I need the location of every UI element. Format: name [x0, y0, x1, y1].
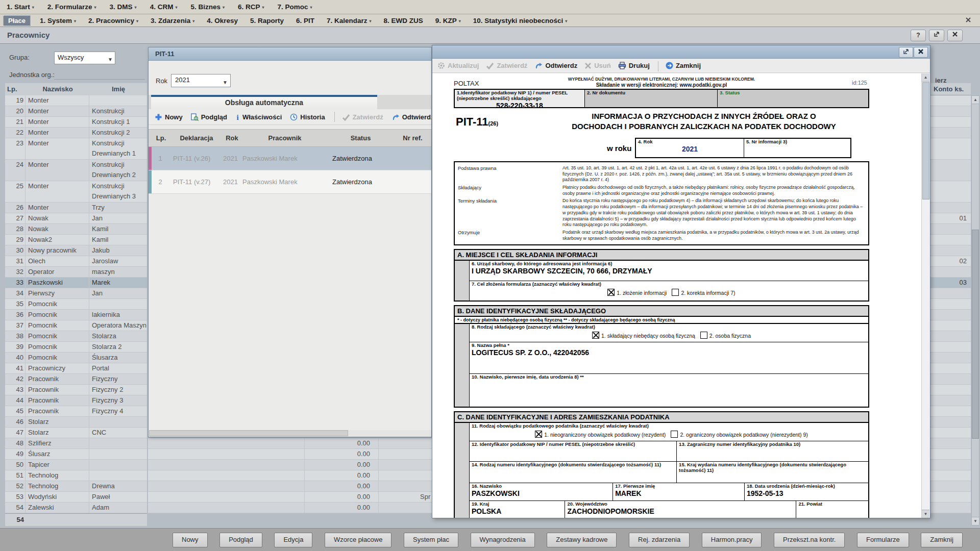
scrollbar-thumb[interactable] — [149, 430, 348, 436]
detach-button[interactable] — [929, 30, 944, 41]
zamknij-button[interactable]: Zamknij — [921, 533, 963, 547]
jednostka-input[interactable] — [54, 70, 145, 80]
menu-okresy[interactable]: 4. Okresy — [201, 15, 244, 27]
menu-place-chip[interactable]: Płace — [3, 15, 31, 26]
table-row[interactable]: 39PomocnikStolarza 2 — [5, 342, 147, 353]
menu-kzp[interactable]: 9. KZP▾ — [429, 15, 467, 28]
table-row[interactable]: 48Szlifierz — [5, 438, 147, 449]
table-row[interactable]: 50Tapicer — [5, 460, 147, 470]
zestawy-kadrowe-button[interactable]: Zestawy kadrowe — [547, 533, 617, 547]
wzorce-płacowe-button[interactable]: Wzorce płacowe — [325, 533, 391, 547]
table-row[interactable]: 23MonterKonstrukcji Drewnianych 1 — [5, 138, 147, 160]
nowy-button[interactable]: Nowy — [155, 109, 183, 125]
pit11-horizontal-scrollbar[interactable] — [149, 430, 432, 436]
menu-rcp[interactable]: 6. RCP▾ — [231, 0, 271, 14]
menu-statystyki-nieobecności[interactable]: 10. Statystyki nieobecności▾ — [467, 15, 573, 28]
table-row[interactable]: 31OlechJaroslaw — [5, 256, 147, 267]
menu-kalendarz[interactable]: 7. Kalendarz▾ — [321, 15, 378, 28]
table-row[interactable]: 26MonterTrzy — [5, 203, 147, 213]
checkbox-checked-icon[interactable] — [592, 332, 599, 339]
menu-system[interactable]: 1. System▾ — [34, 15, 82, 28]
odtwierdz-button[interactable]: Odtwierdz — [391, 109, 432, 125]
checkbox-icon[interactable] — [700, 332, 707, 339]
grupa-select[interactable]: Wszyscy▼ — [54, 52, 115, 64]
table-row[interactable]: 36Pomocniklakiernika — [5, 310, 147, 320]
harmon-pracy-button[interactable]: Harmon.pracy — [702, 533, 762, 547]
menu-formularze[interactable]: 2. Formularze▾ — [41, 0, 103, 14]
checkbox-icon[interactable] — [672, 289, 679, 296]
nowy-button[interactable]: Nowy — [173, 533, 208, 547]
maximize-button[interactable] — [899, 47, 913, 58]
table-row[interactable]: 51Technolog — [5, 470, 147, 481]
table-row[interactable]: 47StolarzCNC — [5, 428, 147, 438]
tab-obsluga-automatyczna[interactable]: Obsługa automatyczna — [151, 95, 377, 109]
scroll-up-icon[interactable]: ▲ — [922, 73, 929, 82]
formularze-button[interactable]: Formularze — [857, 533, 909, 547]
menu-ewd-zus[interactable]: 8. EWD ZUS — [378, 15, 429, 27]
scrollbar-thumb[interactable] — [972, 230, 979, 439]
menubar-close-icon[interactable] — [965, 16, 973, 24]
właściwości-button[interactable]: iWłaściwości — [235, 109, 282, 125]
odtwierdz-button[interactable]: Odtwierdz — [534, 59, 577, 73]
scroll-down-icon[interactable]: ▼ — [972, 517, 979, 525]
form-window-titlebar[interactable] — [432, 45, 930, 59]
main-vertical-scrollbar[interactable]: ▲ ▼ — [971, 95, 979, 525]
table-row[interactable]: 25MonterKonstrukcji Drewnianych 3 — [5, 181, 147, 203]
zamknij-button[interactable]: Zamknij — [666, 59, 701, 73]
table-row[interactable]: 42PracownikFizyczny — [5, 374, 147, 385]
table-row[interactable]: 20MonterKonstrukcji — [5, 106, 147, 117]
table-row[interactable]: 24MonterKonstrukcji Drewnianych 2 — [5, 160, 147, 181]
table-row[interactable]: 43PracownikFizyczny 2 — [5, 385, 147, 395]
table-row[interactable]: 40PomocnikŚlusarza — [5, 353, 147, 363]
declaration-row[interactable]: 2 PIT-11 (v.27) 2021 Paszkowski Marek Za… — [149, 170, 432, 194]
table-row[interactable]: 44PracownikFizyczny 3 — [5, 395, 147, 406]
table-row[interactable]: 54ZalewskiAdam — [5, 503, 147, 513]
table-row[interactable]: 52TechnologDrewna — [5, 481, 147, 492]
table-row[interactable]: 22MonterKonstrukcji 2 — [5, 128, 147, 138]
table-row[interactable]: 41PracowniczyPortal — [5, 363, 147, 374]
table-row[interactable]: 21MonterKonstrukcji 1 — [5, 117, 147, 128]
table-row[interactable]: 33PaszkowskiMarek — [5, 278, 147, 288]
table-row[interactable]: 53WodyńskiPaweł — [5, 492, 147, 503]
close-button[interactable] — [914, 47, 928, 58]
rok-select[interactable]: 2021▼ — [171, 74, 231, 87]
checkbox-icon[interactable] — [671, 431, 678, 438]
menu-dms[interactable]: 3. DMS▾ — [103, 0, 143, 14]
table-row[interactable]: 46Stolarz — [5, 417, 147, 428]
menu-crm[interactable]: 4. CRM▾ — [143, 0, 184, 14]
scrollbar-thumb[interactable] — [922, 82, 929, 199]
table-row[interactable]: 34PierwszyJan — [5, 288, 147, 299]
document-scrollbar[interactable]: ▲ ▼ — [921, 73, 930, 518]
help-button[interactable]: ? — [911, 30, 926, 41]
declaration-row[interactable]: 1 PIT-11 (v.26) 2021 Paszkowski Marek Za… — [149, 147, 432, 170]
table-row[interactable]: 30Nowy pracownikJakub — [5, 245, 147, 256]
rej-zdarzenia-button[interactable]: Rej. zdarzenia — [629, 533, 690, 547]
module-close-button[interactable] — [947, 30, 963, 41]
table-row[interactable]: 37PomocnikOperatora Maszyn — [5, 320, 147, 331]
scroll-down-icon[interactable]: ▼ — [922, 510, 929, 518]
menu-pit[interactable]: 6. PIT — [290, 15, 321, 27]
menu-start[interactable]: 1. Start▾ — [0, 0, 41, 14]
edycja-button[interactable]: Edycja — [274, 533, 312, 547]
table-row[interactable]: 32Operatormaszyn — [5, 267, 147, 278]
checkbox-checked-icon[interactable] — [535, 431, 542, 438]
system-płac-button[interactable]: System płac — [404, 533, 458, 547]
menu-raporty[interactable]: 5. Raporty — [244, 15, 290, 27]
historia-button[interactable]: Historia — [290, 109, 325, 125]
table-row[interactable]: 38PomocnikStolarza — [5, 331, 147, 342]
wynagrodzenia-button[interactable]: Wynagrodzenia — [471, 533, 535, 547]
table-row[interactable]: 29Nowak2Kamil — [5, 235, 147, 245]
scroll-up-icon[interactable]: ▲ — [972, 96, 979, 104]
drukuj-button[interactable]: Drukuj — [618, 59, 650, 73]
table-row[interactable]: 45PracownikFizyczny 4 — [5, 406, 147, 417]
menu-biznes[interactable]: 5. Biznes▾ — [184, 0, 231, 14]
podgląd-button[interactable]: Podgląd — [219, 533, 262, 547]
menu-pomoc[interactable]: 7. Pomoc▾ — [271, 0, 318, 14]
pit11-dialog-titlebar[interactable]: PIT-11 — [149, 47, 431, 61]
podgląd-button[interactable]: Podgląd — [191, 109, 227, 125]
menu-zdarzenia[interactable]: 3. Zdarzenia▾ — [144, 15, 201, 28]
table-row[interactable]: 49Ślusarz — [5, 449, 147, 460]
table-row[interactable]: 28NowakKamil — [5, 224, 147, 235]
table-row[interactable]: 35Pomocnik — [5, 299, 147, 310]
przekszt-na-kontr--button[interactable]: Przekszt.na kontr. — [774, 533, 845, 547]
